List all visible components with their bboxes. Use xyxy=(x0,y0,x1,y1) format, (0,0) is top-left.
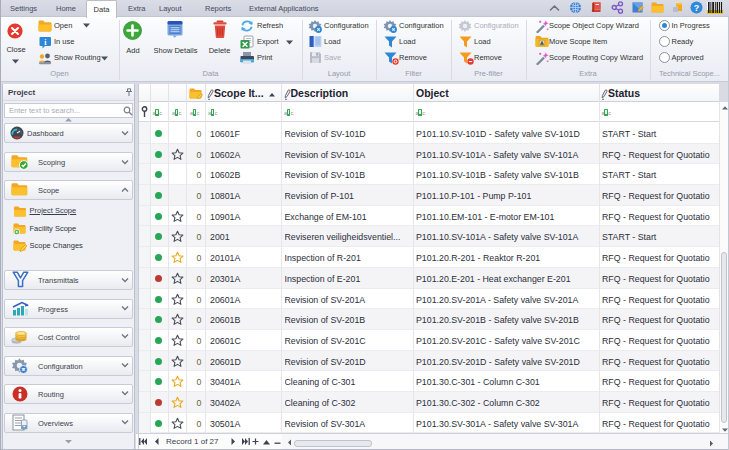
svg-text:?: ? xyxy=(694,3,700,13)
